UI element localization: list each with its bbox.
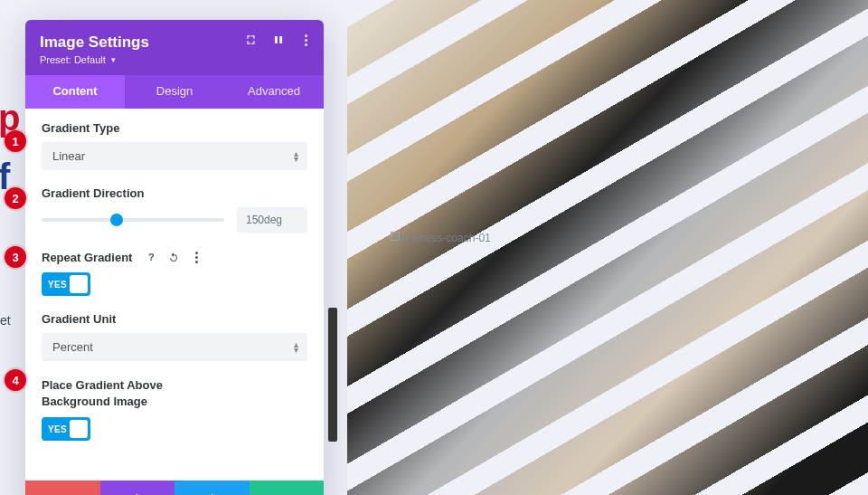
label-gradient-unit: Gradient Unit: [42, 312, 307, 326]
annotation-badge-2: 2: [5, 187, 26, 209]
gradient-type-select[interactable]: Linear ▴▾: [42, 142, 307, 170]
tab-content[interactable]: Content: [25, 75, 125, 109]
panel-tabs: Content Design Advanced: [25, 75, 324, 109]
panel-header-actions: [244, 33, 313, 47]
svg-rect-0: [275, 36, 278, 43]
toggle-knob: [70, 275, 88, 293]
label-gradient-direction: Gradient Direction: [42, 186, 307, 200]
tab-design[interactable]: Design: [125, 75, 224, 109]
image-settings-panel: Image Settings Preset: Default ▾ Content…: [25, 20, 324, 495]
label-place-above-line1: Place Gradient Above: [42, 378, 163, 392]
field-gradient-direction: Gradient Direction: [42, 186, 307, 233]
panel-header: Image Settings Preset: Default ▾: [25, 20, 324, 75]
drag-icon[interactable]: [271, 33, 286, 47]
repeat-gradient-toggle[interactable]: YES: [42, 272, 90, 296]
field-gradient-type: Gradient Type Linear ▴▾: [42, 121, 307, 170]
field-place-above: Place Gradient Above Background Image YE…: [42, 377, 307, 441]
tab-advanced[interactable]: Advanced: [224, 75, 324, 109]
svg-rect-1: [279, 36, 282, 43]
gradient-direction-value[interactable]: [237, 207, 307, 233]
preview-pane: [347, 0, 868, 495]
placeholder-checkbox-icon: [391, 232, 400, 241]
cancel-button[interactable]: [25, 481, 100, 495]
panel-footer: [25, 481, 324, 495]
panel-preset-label: Preset: Default: [40, 54, 106, 65]
expand-icon[interactable]: [244, 33, 259, 47]
field-repeat-gradient: Repeat Gradient ? YES: [42, 249, 307, 296]
reset-icon[interactable]: [165, 249, 182, 265]
help-icon[interactable]: ?: [143, 249, 159, 265]
annotation-badge-3: 3: [5, 246, 26, 268]
gradient-unit-value: Percent: [42, 333, 307, 361]
slider-thumb[interactable]: [110, 214, 123, 226]
panel-body: Gradient Type Linear ▴▾ Gradient Directi…: [25, 109, 324, 481]
sidebar-et-text: et: [0, 313, 11, 328]
undo-button[interactable]: [100, 481, 175, 495]
more-icon[interactable]: [298, 33, 313, 47]
gradient-type-value: Linear: [42, 142, 307, 170]
redo-button[interactable]: [175, 481, 250, 495]
preview-left-edge: [328, 308, 337, 442]
label-place-above: Place Gradient Above Background Image: [42, 377, 307, 410]
panel-preset[interactable]: Preset: Default ▾: [40, 54, 309, 65]
slider-track: [42, 218, 224, 222]
gradient-unit-select[interactable]: Percent ▴▾: [42, 333, 307, 361]
preview-placeholder-label: business-coach-01: [400, 232, 491, 244]
label-place-above-line2: Background Image: [42, 395, 147, 408]
annotation-badge-1: 1: [5, 130, 26, 152]
caret-down-icon: ▾: [111, 55, 116, 64]
toggle-label-yes: YES: [42, 424, 67, 434]
gradient-direction-slider[interactable]: [42, 212, 224, 228]
toggle-label-yes: YES: [42, 280, 67, 290]
toggle-knob: [70, 420, 88, 438]
label-gradient-type: Gradient Type: [42, 121, 307, 135]
field-menu-icon[interactable]: [188, 249, 204, 265]
place-above-toggle[interactable]: YES: [42, 417, 90, 441]
preview-image-striped: [347, 0, 868, 495]
label-repeat-gradient-text: Repeat Gradient: [42, 251, 132, 264]
save-button[interactable]: [250, 481, 325, 495]
label-repeat-gradient: Repeat Gradient ?: [42, 249, 307, 265]
annotation-badge-4: 4: [5, 369, 26, 391]
field-gradient-unit: Gradient Unit Percent ▴▾: [42, 312, 307, 361]
